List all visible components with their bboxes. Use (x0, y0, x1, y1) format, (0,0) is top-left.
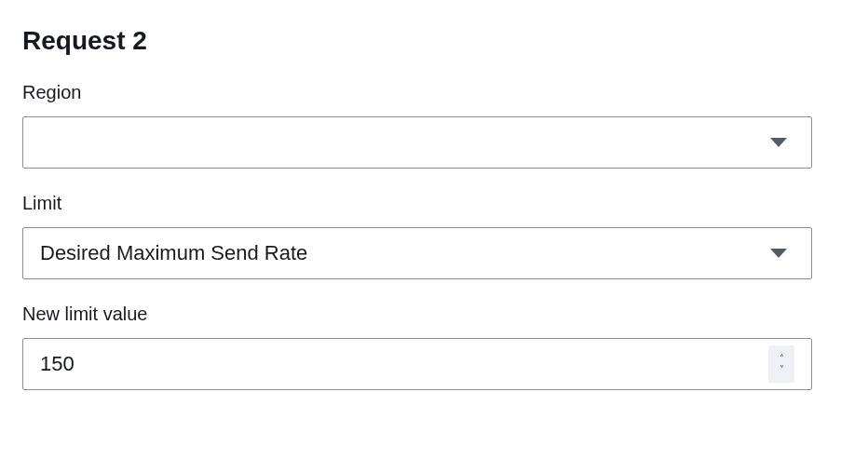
limit-select[interactable]: Desired Maximum Send Rate (22, 227, 812, 279)
field-limit: Limit Desired Maximum Send Rate (22, 193, 846, 279)
caret-down-icon (770, 138, 787, 147)
number-spinner: ˄ ˅ (768, 345, 794, 383)
limit-select-value: Desired Maximum Send Rate (40, 241, 770, 265)
field-new-limit: New limit value ˄ ˅ (22, 304, 846, 390)
spinner-up-icon[interactable]: ˄ (780, 354, 784, 363)
field-region: Region (22, 82, 846, 169)
new-limit-input[interactable] (40, 339, 768, 389)
region-select[interactable] (22, 116, 812, 169)
new-limit-label: New limit value (22, 304, 846, 325)
region-label: Region (22, 82, 846, 103)
spinner-down-icon[interactable]: ˅ (780, 365, 784, 374)
new-limit-input-wrap: ˄ ˅ (22, 338, 812, 390)
limit-label: Limit (22, 193, 846, 214)
caret-down-icon (770, 249, 787, 258)
form-title: Request 2 (22, 26, 846, 56)
